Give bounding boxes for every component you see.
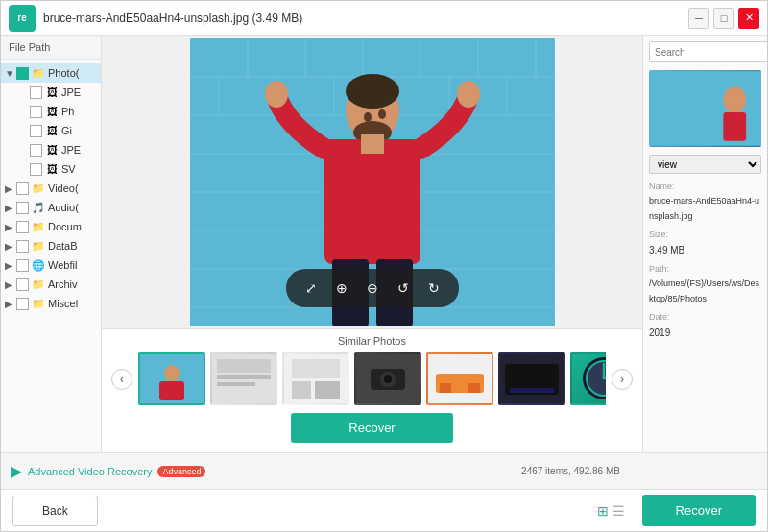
view-row: view <box>649 155 761 174</box>
sidebar-item-gi[interactable]: 🖼 Gi <box>14 121 101 140</box>
thumbnail-5[interactable] <box>426 352 493 405</box>
sidebar-item-misc[interactable]: ▶ 📁 Miscel <box>1 294 101 313</box>
thumbnail-6[interactable] <box>498 352 565 405</box>
arrow-icon: ▶ <box>5 222 16 232</box>
svg-rect-36 <box>217 375 271 379</box>
thumb-img-4 <box>356 354 420 403</box>
thumbnail-1[interactable] <box>138 352 205 405</box>
status-text: 2467 items, 492.86 MB <box>384 466 757 476</box>
right-thumb-preview <box>649 70 761 147</box>
image-icon: 🖼 <box>45 105 59 118</box>
fit-button[interactable]: ⤢ <box>298 275 324 302</box>
back-button[interactable]: Back <box>12 496 98 526</box>
list-view-icon[interactable]: ☰ <box>612 503 625 519</box>
arrow-icon: ▶ <box>5 241 16 252</box>
sidebar: File Path ▼ 📁 Photo( 🖼 JPE <box>1 36 102 452</box>
svg-point-56 <box>723 86 746 113</box>
sv-checkbox[interactable] <box>30 163 42 176</box>
audio-checkbox[interactable] <box>16 202 29 214</box>
sidebar-item-ph[interactable]: 🖼 Ph <box>14 102 101 121</box>
doc-checkbox[interactable] <box>16 221 29 233</box>
thumbnail-4[interactable] <box>354 352 421 405</box>
thumb-img-5 <box>428 354 492 403</box>
folder-icon: 📁 <box>32 220 45 233</box>
sidebar-item-database[interactable]: ▶ 📁 DataB <box>1 236 101 255</box>
svg-point-24 <box>378 109 386 119</box>
window-controls: ─ □ ✕ <box>688 8 759 29</box>
jpe-checkbox[interactable] <box>30 86 42 99</box>
gi-label: Gi <box>61 125 72 136</box>
svg-point-45 <box>384 375 392 383</box>
misc-checkbox[interactable] <box>16 298 29 310</box>
adv-video-section: ▶ Advanced Video Recovery Advanced <box>11 462 384 480</box>
ph-label: Ph <box>61 106 74 117</box>
zoom-in-button[interactable]: ⊕ <box>328 275 355 302</box>
arrow-icon: ▶ <box>5 203 16 213</box>
sidebar-item-jp2[interactable]: 🖼 JPE <box>14 140 101 159</box>
meta-section: Name: bruce-mars-AndE50aaHn4-unsplash.jp… <box>649 180 761 341</box>
sidebar-item-photos[interactable]: ▼ 📁 Photo( <box>1 63 101 83</box>
window-title: bruce-mars-AndE50aaHn4-unsplash.jpg (3.4… <box>43 12 688 25</box>
search-input[interactable] <box>649 41 767 62</box>
folder-icon: 📁 <box>32 278 45 291</box>
web-checkbox[interactable] <box>16 259 29 272</box>
sidebar-item-document[interactable]: ▶ 📁 Docum <box>1 217 101 236</box>
jp2-label: JPE <box>61 144 81 156</box>
content-area: File Path ▼ 📁 Photo( 🖼 JPE <box>1 36 767 452</box>
video-icon: ▶ <box>11 462 22 480</box>
rotate-right-button[interactable]: ↻ <box>420 275 447 302</box>
zoom-out-button[interactable]: ⊖ <box>359 275 386 302</box>
svg-point-26 <box>265 81 288 108</box>
arrow-icon: ▶ <box>5 183 16 194</box>
jp2-checkbox[interactable] <box>30 144 42 157</box>
view-select[interactable]: view <box>649 155 761 174</box>
similar-section: Similar Photos ‹ <box>102 328 642 452</box>
svg-rect-57 <box>723 112 746 141</box>
svg-rect-40 <box>292 381 311 399</box>
thumbnail-2[interactable] <box>210 352 277 405</box>
size-label: Size: <box>649 228 761 242</box>
thumbnail-7[interactable] <box>570 352 606 405</box>
search-row: ▼ <box>649 41 761 62</box>
thumb-img-2 <box>212 354 276 403</box>
image-icon: 🖼 <box>45 162 59 176</box>
maximize-button[interactable]: □ <box>713 8 734 29</box>
sidebar-item-sv[interactable]: 🖼 SV <box>14 159 101 179</box>
thumbnails-container <box>138 352 606 405</box>
gi-checkbox[interactable] <box>30 125 42 137</box>
archive-label: Archiv <box>48 278 78 290</box>
svg-rect-48 <box>440 383 451 393</box>
database-label: DataB <box>48 240 78 252</box>
date-label: Date: <box>649 310 761 325</box>
sidebar-item-webfile[interactable]: ▶ 🌐 Webfil <box>1 255 101 275</box>
db-checkbox[interactable] <box>16 240 29 253</box>
image-icon: 🖼 <box>45 85 59 99</box>
sidebar-item-video[interactable]: ▶ 📁 Video( <box>1 179 101 198</box>
arrow-icon: ▶ <box>5 260 16 271</box>
rotate-left-button[interactable]: ↺ <box>390 275 417 302</box>
thumb-img-7 <box>572 354 606 403</box>
recover-center-button[interactable]: Recover <box>291 413 452 443</box>
main-area: ⤢ ⊕ ⊖ ↺ ↻ Similar Photos ‹ <box>102 36 642 452</box>
arch-checkbox[interactable] <box>16 278 29 291</box>
minimize-button[interactable]: ─ <box>688 8 709 29</box>
folder-icon: 📁 <box>32 66 45 80</box>
footer-recover-button[interactable]: Recover <box>642 495 756 526</box>
thumbnail-3[interactable] <box>282 352 349 405</box>
path-label: Path: <box>649 262 761 277</box>
sidebar-header: File Path <box>1 36 101 60</box>
photos-children: 🖼 JPE 🖼 Ph 🖼 Gi <box>1 83 101 179</box>
video-checkbox[interactable] <box>16 182 29 195</box>
close-button[interactable]: ✕ <box>738 8 759 29</box>
adv-video-link[interactable]: Advanced Video Recovery <box>28 466 152 477</box>
ph-checkbox[interactable] <box>30 106 42 118</box>
folder-icon: 📁 <box>32 181 45 195</box>
next-button[interactable]: › <box>612 369 633 390</box>
sidebar-item-audio[interactable]: ▶ 🎵 Audio( <box>1 198 101 217</box>
sidebar-item-archive[interactable]: ▶ 📁 Archiv <box>1 275 101 294</box>
sidebar-item-jpe[interactable]: 🖼 JPE <box>14 83 101 102</box>
photo-checkbox[interactable] <box>16 67 29 80</box>
prev-button[interactable]: ‹ <box>111 369 132 390</box>
arrow-icon: ▼ <box>5 68 16 79</box>
grid-view-icon[interactable]: ⊞ <box>597 503 609 519</box>
